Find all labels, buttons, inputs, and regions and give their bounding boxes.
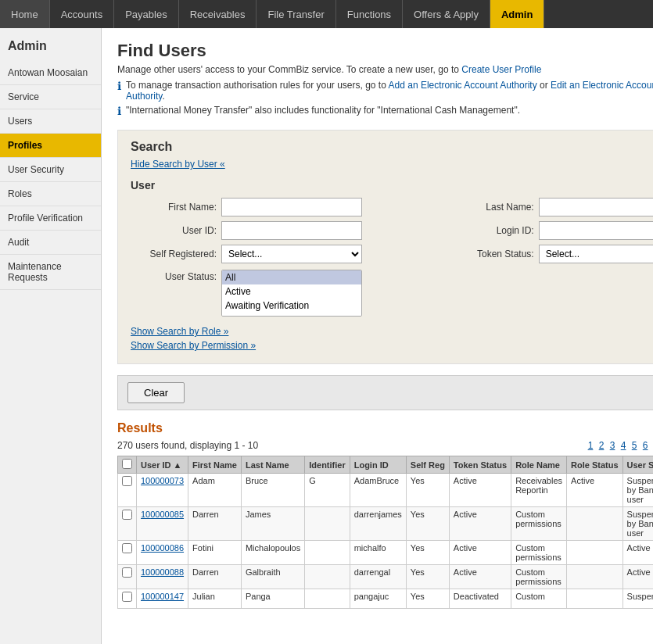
show-search-by-permission-link[interactable]: Show Search by Permission » — [131, 340, 653, 351]
last-name-row: Last Name: — [448, 198, 653, 216]
row-token-status: Deactivated — [449, 589, 511, 609]
row-select — [118, 565, 137, 589]
row-last-name: James — [241, 507, 304, 541]
add-electronic-authority-link[interactable]: Add an Electronic Account Authority — [389, 80, 537, 91]
self-registered-row: Self Registered: Select... Yes No — [131, 245, 432, 263]
row-role-name: Custom permissions — [511, 565, 567, 589]
row-first-name: Darren — [188, 565, 242, 589]
sidebar-item-profile-verification[interactable]: Profile Verification — [0, 206, 101, 231]
row-checkbox[interactable] — [122, 592, 132, 602]
row-login-id: pangajuc — [350, 589, 406, 609]
last-name-input[interactable] — [539, 198, 653, 216]
sidebar-item-maintenance-requests[interactable]: Maintenance Requests — [0, 255, 101, 290]
create-user-profile-link[interactable]: Create User Profile — [461, 64, 541, 75]
row-self-reg: Yes — [406, 565, 449, 589]
row-identifier: G — [305, 474, 350, 507]
col-last-name: Last Name — [241, 456, 304, 474]
last-name-label: Last Name: — [448, 202, 534, 213]
user-id-link[interactable]: 100000086 — [141, 543, 184, 553]
sidebar-item-users[interactable]: Users — [0, 109, 101, 134]
nav-item-receivables[interactable]: Receivables — [179, 0, 257, 28]
nav-item-payables[interactable]: Payables — [114, 0, 178, 28]
results-summary: 270 users found, displaying 1 - 10 — [117, 440, 258, 451]
nav-item-functions[interactable]: Functions — [336, 0, 403, 28]
row-identifier — [305, 541, 350, 565]
nav-item-offers--apply[interactable]: Offers & Apply — [403, 0, 490, 28]
user-id-link[interactable]: 100000088 — [141, 567, 184, 577]
row-checkbox[interactable] — [122, 543, 132, 553]
sidebar-item-service[interactable]: Service — [0, 85, 101, 109]
page-2[interactable]: 2 — [599, 440, 605, 451]
row-last-name: Bruce — [241, 474, 304, 507]
user-id-link[interactable]: 100000085 — [141, 510, 184, 519]
row-login-id: darrengal — [350, 565, 406, 589]
row-user-id: 100000086 — [137, 541, 188, 565]
row-role-status — [567, 589, 623, 609]
col-login-id: Login ID — [350, 456, 406, 474]
page-1[interactable]: 1 — [588, 440, 594, 451]
first-name-row: First Name: — [131, 198, 432, 216]
sidebar-item-antowan-moosaian[interactable]: Antowan Moosaian — [0, 61, 101, 85]
page-3[interactable]: 3 — [610, 440, 615, 451]
token-status-select[interactable]: Select... Active Inactive — [539, 245, 653, 263]
nav-item-admin[interactable]: Admin — [490, 0, 544, 28]
row-checkbox[interactable] — [122, 567, 132, 578]
user-id-input[interactable] — [221, 221, 362, 240]
page-6[interactable]: 6 — [643, 440, 648, 451]
page-5[interactable]: 5 — [632, 440, 637, 451]
search-section: Search Hide Search by User « User First … — [117, 130, 653, 364]
user-status-row: User Status: All Active Awaiting Verific… — [131, 270, 653, 317]
first-name-input[interactable] — [221, 198, 362, 216]
row-role-name: Custom — [511, 589, 567, 609]
token-status-label: Token Status: — [448, 249, 534, 259]
self-registered-select[interactable]: Select... Yes No — [221, 245, 362, 263]
row-token-status: Active — [449, 507, 511, 541]
nav-item-file-transfer[interactable]: File Transfer — [257, 0, 335, 28]
sidebar-item-user-security[interactable]: User Security — [0, 158, 101, 182]
row-user-id: 100000147 — [137, 589, 188, 609]
user-id-label: User ID: — [131, 225, 217, 236]
sidebar-item-profiles[interactable]: Profiles — [0, 134, 101, 158]
top-navigation: HomeAccountsPayablesReceivablesFile Tran… — [0, 0, 653, 28]
row-user-id: 100000088 — [137, 565, 188, 589]
row-user-id: 100000073 — [137, 474, 188, 507]
page-4[interactable]: 4 — [621, 440, 626, 451]
select-all-checkbox[interactable] — [122, 459, 132, 469]
info-icon-1: ℹ — [117, 80, 121, 92]
nav-item-accounts[interactable]: Accounts — [50, 0, 114, 28]
sidebar-item-audit[interactable]: Audit — [0, 231, 101, 255]
info1-text: To manage transaction authorisation rule… — [126, 80, 653, 102]
user-id-link[interactable]: 100000147 — [141, 592, 184, 601]
row-checkbox[interactable] — [122, 510, 132, 520]
row-role-status — [567, 541, 623, 565]
row-self-reg: Yes — [406, 589, 449, 609]
info-box-2: ℹ "International Money Transfer" also in… — [117, 105, 653, 117]
row-select — [118, 541, 137, 565]
sidebar-item-roles[interactable]: Roles — [0, 182, 101, 206]
clear-button[interactable]: Clear — [127, 382, 185, 403]
info-icon-2: ℹ — [117, 105, 121, 117]
table-row: 100000073 Adam Bruce G AdamBruce Yes Act… — [118, 474, 654, 507]
table-row: 100000088 Darren Galbraith darrengal Yes… — [118, 565, 654, 589]
login-id-input[interactable] — [539, 221, 653, 240]
search-section-title: Search — [131, 140, 653, 154]
nav-item-home[interactable]: Home — [0, 0, 50, 28]
row-login-id: michalfo — [350, 541, 406, 565]
user-id-link[interactable]: 100000073 — [141, 476, 184, 485]
page-desc-text: Manage other users' access to your CommB… — [117, 64, 459, 75]
hide-search-link[interactable]: Hide Search by User « — [131, 159, 225, 170]
row-checkbox[interactable] — [122, 476, 132, 486]
login-id-label: Login ID: — [448, 225, 534, 236]
show-search-by-role-link[interactable]: Show Search by Role » — [131, 326, 653, 337]
info-box-1: ℹ To manage transaction authorisation ru… — [117, 80, 653, 102]
results-section: Results 270 users found, displaying 1 - … — [117, 421, 653, 609]
row-last-name: Panga — [241, 589, 304, 609]
results-table: User ID ▲ First Name Last Name Identifie… — [117, 456, 653, 609]
row-role-status — [567, 507, 623, 541]
row-select — [118, 507, 137, 541]
row-first-name: Fotini — [188, 541, 242, 565]
col-user-status: User Status — [623, 456, 653, 474]
user-status-label: User Status: — [131, 270, 217, 282]
row-first-name: Adam — [188, 474, 242, 507]
user-status-listbox[interactable]: All Active Awaiting Verification Suspend… — [221, 270, 362, 317]
